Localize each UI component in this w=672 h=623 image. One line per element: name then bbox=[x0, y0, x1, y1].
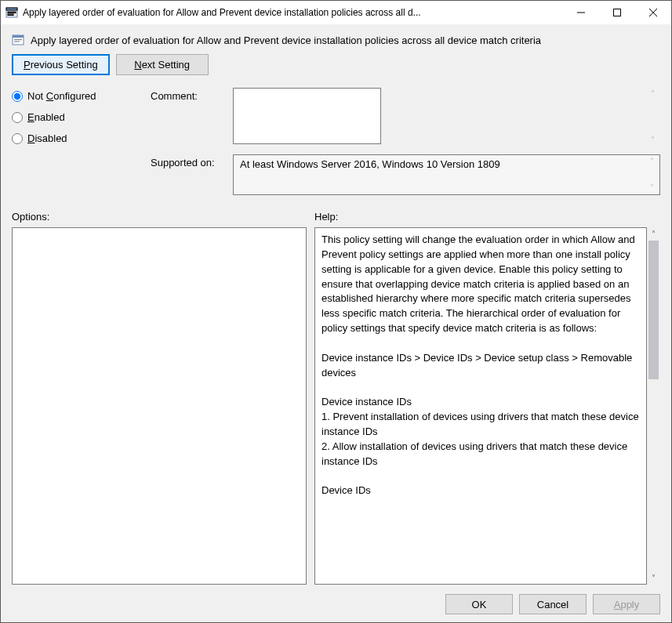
titlebar[interactable]: Apply layered order of evaluation for Al… bbox=[1, 1, 671, 24]
scroll-track[interactable] bbox=[647, 241, 660, 571]
supported-scrollbar: ˄ ˅ bbox=[646, 158, 657, 192]
next-rest: ext Setting bbox=[142, 59, 190, 71]
panel-labels: Options: Help: bbox=[12, 211, 660, 223]
svg-rect-3 bbox=[8, 14, 13, 16]
options-label: Options: bbox=[12, 211, 314, 223]
scroll-thumb[interactable] bbox=[648, 241, 659, 379]
previous-setting-button[interactable]: Previous Setting bbox=[12, 54, 110, 75]
radio-disabled[interactable]: Disabled bbox=[12, 132, 141, 144]
svg-rect-2 bbox=[8, 12, 16, 13]
scroll-down-icon[interactable]: ˅ bbox=[647, 136, 658, 144]
scroll-up-icon[interactable]: ˄ bbox=[647, 90, 658, 98]
prev-rest: revious Setting bbox=[31, 59, 98, 71]
dialog-footer: OK Cancel Apply bbox=[12, 585, 660, 614]
state-radios: Not Configured Enabled Disabled bbox=[12, 88, 141, 195]
radio-enabled-input[interactable] bbox=[12, 112, 23, 123]
radio-not-configured[interactable]: Not Configured bbox=[12, 90, 141, 102]
svg-rect-10 bbox=[14, 39, 22, 40]
policy-icon bbox=[12, 34, 24, 46]
options-panel bbox=[12, 227, 307, 585]
comment-scrollbar[interactable]: ˄ ˅ bbox=[647, 90, 658, 144]
supported-label: Supported on: bbox=[151, 154, 225, 168]
policy-app-icon bbox=[5, 6, 18, 19]
settings-row: Not Configured Enabled Disabled Comment: bbox=[12, 88, 660, 195]
maximize-button[interactable] bbox=[599, 1, 635, 24]
policy-title: Apply layered order of evaluation for Al… bbox=[31, 34, 541, 46]
apply-button: Apply bbox=[593, 594, 660, 614]
svg-rect-5 bbox=[614, 9, 621, 16]
nav-buttons: Previous Setting Next Setting bbox=[12, 54, 660, 75]
next-accel: N bbox=[134, 59, 141, 71]
help-panel[interactable]: This policy setting will change the eval… bbox=[314, 227, 647, 585]
comment-input[interactable] bbox=[233, 88, 381, 144]
minimize-button[interactable] bbox=[563, 1, 599, 24]
window-buttons bbox=[563, 1, 671, 24]
scroll-up-icon[interactable]: ˄ bbox=[647, 227, 660, 241]
client-area: Apply layered order of evaluation for Al… bbox=[1, 24, 671, 622]
supported-row: Supported on: At least Windows Server 20… bbox=[151, 154, 660, 195]
svg-rect-9 bbox=[13, 35, 24, 38]
next-setting-button[interactable]: Next Setting bbox=[116, 54, 209, 75]
prev-accel: P bbox=[24, 59, 31, 71]
supported-value: At least Windows Server 2016, Windows 10… bbox=[233, 154, 660, 195]
scroll-down-icon: ˅ bbox=[646, 184, 657, 192]
svg-rect-11 bbox=[14, 42, 20, 42]
help-wrap: This policy setting will change the eval… bbox=[314, 227, 660, 585]
comment-row: Comment: ˄ ˅ bbox=[151, 88, 660, 147]
panels-row: This policy setting will change the eval… bbox=[12, 227, 660, 585]
radio-not-configured-input[interactable] bbox=[12, 91, 23, 102]
help-label: Help: bbox=[314, 211, 660, 223]
radio-disabled-input[interactable] bbox=[12, 133, 23, 144]
comment-label: Comment: bbox=[151, 88, 225, 102]
fields-column: Comment: ˄ ˅ Supported on: At least Wind… bbox=[151, 88, 660, 195]
scroll-down-icon[interactable]: ˅ bbox=[647, 571, 660, 585]
cancel-button[interactable]: Cancel bbox=[519, 594, 587, 614]
dialog-window: Apply layered order of evaluation for Al… bbox=[0, 0, 672, 623]
svg-rect-1 bbox=[6, 8, 17, 10]
close-button[interactable] bbox=[635, 1, 671, 24]
help-scrollbar[interactable]: ˄ ˅ bbox=[647, 227, 660, 585]
policy-header: Apply layered order of evaluation for Al… bbox=[12, 34, 660, 46]
radio-enabled[interactable]: Enabled bbox=[12, 111, 141, 123]
ok-button[interactable]: OK bbox=[445, 594, 513, 614]
supported-text: At least Windows Server 2016, Windows 10… bbox=[240, 158, 500, 170]
window-title: Apply layered order of evaluation for Al… bbox=[23, 7, 563, 18]
scroll-up-icon: ˄ bbox=[646, 158, 657, 165]
